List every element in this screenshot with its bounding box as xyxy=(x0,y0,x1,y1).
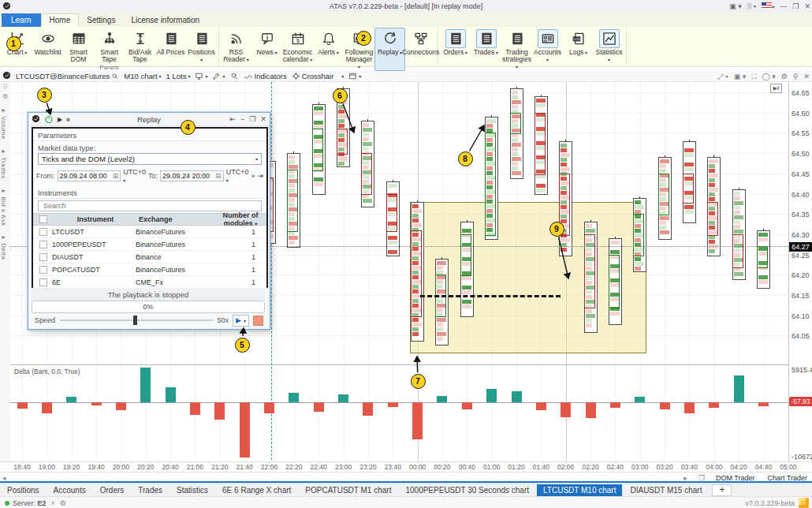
search-icon[interactable] xyxy=(111,73,119,80)
screenshot-icon[interactable]: ▣ ▾ xyxy=(734,73,747,80)
tab-chart-trader[interactable]: Chart Trader xyxy=(767,474,807,482)
instrument-search-input[interactable] xyxy=(38,200,262,211)
record-stop-button[interactable] xyxy=(253,316,263,326)
gear-icon[interactable]: ⚙ xyxy=(781,73,788,80)
ribbon-tab-license-information[interactable]: License information xyxy=(123,14,207,27)
ribbon-button-replay[interactable]: Replay ▾ xyxy=(374,28,405,71)
ribbon-button-logs[interactable]: LOGLogs ▾ xyxy=(563,28,594,71)
maximize-icon[interactable]: ❐ xyxy=(249,115,255,123)
instrument-selector[interactable]: LTCUSDT@BinanceFutures xyxy=(16,72,119,80)
side-panel-volume[interactable]: ▸ Volume xyxy=(0,106,7,140)
ribbon-button-positions[interactable]: Positions ▾ xyxy=(186,28,217,64)
ribbon-button-orders[interactable]: Orders ▾ xyxy=(440,28,471,71)
speed-slider[interactable] xyxy=(60,319,213,321)
instrument-row-6e[interactable]: 6ECME_Fx1 xyxy=(33,276,266,289)
search-input[interactable] xyxy=(42,201,258,211)
dock-icon[interactable]: ⇤ xyxy=(230,115,237,123)
tab-dom-trader[interactable]: DOM Trader xyxy=(716,474,755,482)
minimize-icon[interactable]: — xyxy=(780,2,787,10)
side-panel-trades[interactable]: ▸ Trades xyxy=(0,148,7,179)
play-button[interactable]: ▶▾ xyxy=(233,315,249,327)
scroll-left-icon[interactable]: ◂ xyxy=(2,474,6,482)
timeframe-selector[interactable]: M10 chart▾ xyxy=(124,72,161,80)
instrument-row-diausdt[interactable]: DIAUSDTBinance1 xyxy=(33,251,266,263)
close-icon[interactable]: ✕ xyxy=(260,115,266,123)
calendar-icon[interactable]: ⊞ xyxy=(215,172,222,180)
panel-statistics[interactable]: Statistics xyxy=(169,486,215,495)
replay-dialog-titlebar[interactable]: ▶ ■ Replay ⇤ − ❐ ✕ xyxy=(28,113,270,126)
panel-trades[interactable]: Trades xyxy=(131,486,169,495)
instrument-row-ltcusdt[interactable]: LTCUSDTBinanceFutures1 xyxy=(33,226,266,238)
dom-panel-button[interactable]: ▾ xyxy=(195,72,207,80)
row-checkbox[interactable] xyxy=(39,253,47,261)
gear-icon[interactable]: ⚙ xyxy=(60,499,66,507)
screenshot-icon[interactable]: ▣ ▾ xyxy=(729,2,742,10)
help-icon[interactable]: ⍰ ▾ xyxy=(747,2,757,11)
chart-tab-ltcusdt-m10-chart[interactable]: LTCUSDT M10 chart xyxy=(537,484,622,496)
chevron-up-icon[interactable]: ˄ xyxy=(51,499,55,507)
crosshair-button[interactable]: Crosshair▾ xyxy=(292,72,345,80)
go-to-realtime-button[interactable]: ▶‖ xyxy=(770,84,782,93)
side-panel-bid-x-ask[interactable]: ▸ Bid x Ask xyxy=(0,187,7,226)
ribbon-button-trades[interactable]: Trades ▾ xyxy=(471,28,501,71)
panel-accounts[interactable]: Accounts xyxy=(47,486,93,495)
row-checkbox[interactable] xyxy=(39,241,47,248)
ribbon-button-accounts[interactable]: Accounts ▾ xyxy=(532,28,563,71)
ribbon-button-alerts[interactable]: Alerts ▾ xyxy=(313,28,344,71)
scroll-right-icon[interactable]: ▸ xyxy=(683,474,687,482)
panel-orders[interactable]: Orders xyxy=(93,486,132,495)
ribbon-button-all-prices[interactable]: All Prices xyxy=(155,28,186,64)
gear-icon[interactable]: ⚙ xyxy=(2,93,8,100)
language-flag-icon[interactable]: ▾ xyxy=(762,2,774,10)
ribbon-button-economic-calendar[interactable]: $Economic calendar ▾ xyxy=(282,28,313,71)
close-icon[interactable]: ✕ xyxy=(803,73,810,80)
chart-tab-popcatusdt-m1-chart[interactable]: POPCATUSDT M1 chart xyxy=(299,484,397,496)
panel-icon[interactable]: ❐ xyxy=(698,474,705,482)
chart-tab-1000pepeusdt-30-seconds-chart[interactable]: 1000PEPEUSDT 30 Seconds chart xyxy=(399,484,535,496)
ribbon-button-connections[interactable]: Connections xyxy=(405,28,436,71)
row-checkbox[interactable] xyxy=(39,278,47,286)
restore-icon[interactable]: ❐ xyxy=(792,2,799,10)
opacity-icon[interactable]: ◯ ▾ xyxy=(762,73,776,80)
drawing-tools-button[interactable]: ▾ xyxy=(212,72,225,80)
resize-icon[interactable]: ⤢ ▾ xyxy=(717,73,728,81)
ribbon-button-rss-reader[interactable]: RSS Reader ▾ xyxy=(221,28,251,71)
row-checkbox[interactable] xyxy=(39,228,47,236)
chart-tab-6e-6-range-x-chart[interactable]: 6E 6 Range X chart xyxy=(216,484,297,496)
ribbon-button-smart-tape[interactable]: Smart Tape xyxy=(94,28,125,64)
instrument-row-1000pepeusdt[interactable]: 1000PEPEUSDTBinanceFutures1 xyxy=(33,238,266,251)
row-checkbox[interactable] xyxy=(39,266,47,274)
ribbon-button-bid-ask-tape[interactable]: Bid/Ask Tape xyxy=(125,28,155,64)
ribbon-button-trading-strategies[interactable]: Trading strategies ▾ xyxy=(501,28,532,71)
indicators-button[interactable]: Indicators xyxy=(244,72,287,81)
zoom-button[interactable] xyxy=(230,72,239,80)
minimize-icon[interactable]: − xyxy=(240,115,244,123)
add-chart-tab-button[interactable]: + xyxy=(712,484,732,496)
price-axis[interactable]: 64.6564.6064.5564.5064.4564.4064.3564.30… xyxy=(788,82,812,472)
to-timezone-select[interactable]: UTC+0 ▾ xyxy=(226,168,249,184)
skip-to-end-icon[interactable]: ⇥ xyxy=(257,172,263,180)
market-data-type-select[interactable]: Ticks and the DOM (Level2) ▾ xyxy=(38,153,262,165)
ribbon-button-smart-dom[interactable]: Smart DOM xyxy=(63,28,94,64)
side-panel-delta[interactable]: ▸ Delta xyxy=(0,233,7,260)
ribbon-tab-learn[interactable]: Learn xyxy=(2,13,41,27)
close-icon[interactable]: ✕ xyxy=(804,2,810,10)
from-timezone-select[interactable]: UTC+0 ▾ xyxy=(123,168,146,184)
ribbon-button-watchlist[interactable]: Watchlist xyxy=(32,28,63,64)
ribbon-button-news[interactable]: News ▾ xyxy=(251,28,282,71)
ribbon-tab-home[interactable]: Home xyxy=(41,13,80,27)
calendar-icon[interactable]: ⊞ xyxy=(113,172,119,180)
panel-positions[interactable]: Positions xyxy=(0,486,47,495)
from-datetime-input[interactable]: 29.09.24 08:00 ⊞ xyxy=(58,170,121,181)
to-datetime-input[interactable]: 29.09.24 20:00 ⊞ xyxy=(160,170,224,181)
ribbon-button-statistics[interactable]: Statistics ▾ xyxy=(594,28,624,71)
speed-slider-handle[interactable] xyxy=(133,316,137,325)
layout-button[interactable]: ▾ xyxy=(348,72,361,80)
instrument-row-popcatusdt[interactable]: POPCATUSDTBinanceFutures1 xyxy=(33,263,266,276)
lots-selector[interactable]: 1 Lots▾ xyxy=(166,72,191,80)
trendline-drawing[interactable] xyxy=(420,295,561,297)
time-axis[interactable]: 18:4019:0019:2019:4020:0020:2020:4021:00… xyxy=(0,461,812,473)
fullscreen-icon[interactable]: ⛶ xyxy=(751,73,756,81)
chart-tab-diausdt-m15-chart[interactable]: DIAUSDT M15 chart xyxy=(624,484,708,496)
pin-icon[interactable]: ⚲ xyxy=(793,73,799,80)
